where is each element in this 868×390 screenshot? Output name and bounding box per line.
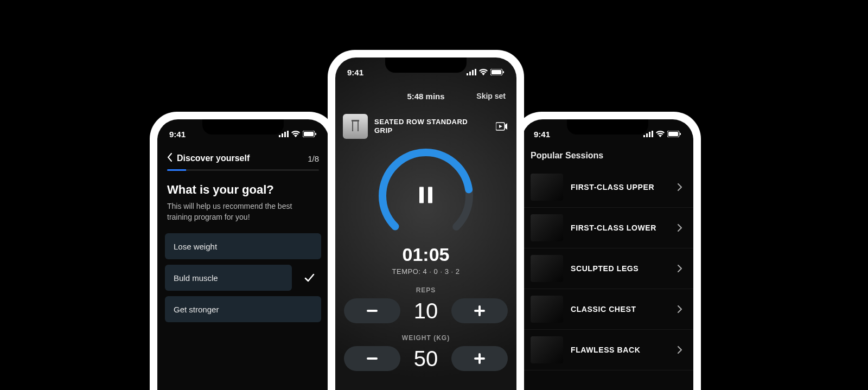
session-title: CLASSIC CHEST [571,305,667,314]
wifi-icon [479,69,488,75]
session-list: FIRST-CLASS UPPER FIRST-CLASS LOWER SCUL… [522,167,693,370]
chevron-right-icon [675,224,685,232]
session-item[interactable]: FLAWLESS BACK [522,330,693,370]
phone-workout: 9:41 5:48 mins Skip set [328,50,524,390]
svg-rect-16 [472,70,474,75]
notch [567,119,648,135]
reps-decrement-button[interactable] [344,298,400,323]
status-time: 9:41 [534,130,550,139]
weight-label: WEIGHT (KG) [343,334,509,342]
progress-bar [167,169,319,171]
reps-value: 10 [407,299,445,323]
session-thumb [531,174,563,201]
svg-rect-0 [279,135,280,137]
session-title: FIRST-CLASS LOWER [571,223,667,232]
status-time: 9:41 [347,68,363,77]
session-thumb [531,336,563,363]
weight-stepper: 50 [343,346,509,371]
goal-heading: What is your goal? [167,183,319,197]
svg-rect-29 [474,310,485,312]
nav-title: Discover yourself [177,154,250,163]
svg-rect-19 [492,70,501,74]
exercise-name: SEATED ROW STANDARD GRIP [374,118,488,136]
chevron-right-icon [675,305,685,313]
svg-rect-22 [352,122,353,131]
reps-label: REPS [343,286,509,294]
cellular-icon [467,69,476,75]
session-item[interactable]: FIRST-CLASS UPPER [522,167,693,208]
option-label: Buld muscle [174,273,218,283]
skip-set-button[interactable]: Skip set [476,92,506,100]
svg-rect-32 [474,357,485,360]
notch [385,57,467,73]
session-thumb [531,214,563,241]
svg-rect-27 [367,310,378,312]
chevron-right-icon [675,265,685,272]
video-icon[interactable] [495,120,509,132]
check-icon [297,272,321,284]
wifi-icon [656,131,665,137]
phone-sessions: 9:41 Popular Sessions [514,112,701,390]
chevron-right-icon [675,183,685,191]
svg-rect-3 [287,131,289,137]
wifi-icon [291,131,300,137]
svg-rect-6 [315,133,316,135]
svg-rect-20 [503,71,504,73]
exercise-thumbnail [343,114,368,139]
weight-value: 50 [407,347,445,371]
session-title: SCULPTED LEGS [571,264,667,273]
goal-option-lose-weight[interactable]: Lose weight [165,233,321,259]
svg-rect-12 [668,132,678,136]
phone-onboarding: 9:41 [150,112,336,390]
back-icon[interactable] [167,153,173,164]
goal-option-build-muscle[interactable]: Buld muscle [165,265,292,291]
elapsed-time: 5:48 mins [407,92,444,101]
svg-rect-5 [304,132,314,136]
status-time: 9:41 [169,130,186,139]
reps-stepper: 10 [343,298,509,323]
pause-button[interactable] [419,187,432,203]
session-thumb [531,296,563,323]
weight-increment-button[interactable] [451,346,508,371]
svg-rect-2 [284,132,286,137]
battery-icon [303,131,317,137]
svg-rect-30 [367,357,378,360]
svg-rect-21 [352,120,359,122]
battery-icon [667,131,681,137]
session-thumb [531,255,563,282]
session-item[interactable]: SCULPTED LEGS [522,248,693,289]
session-title: FLAWLESS BACK [571,346,667,354]
step-indicator: 1/8 [308,154,319,163]
section-title: Popular Sessions [522,148,693,167]
svg-rect-7 [643,135,645,137]
svg-rect-14 [467,73,468,75]
option-label: Get stronger [174,305,219,314]
svg-rect-15 [469,72,471,75]
svg-rect-9 [649,132,650,137]
reps-increment-button[interactable] [451,298,508,323]
goal-option-get-stronger[interactable]: Get stronger [165,296,321,322]
goal-subheading: This will help us recommend the best tra… [167,201,319,222]
session-item[interactable]: CLASSIC CHEST [522,289,693,330]
progress-dial [374,144,477,247]
chevron-right-icon [675,346,685,354]
svg-rect-17 [475,69,476,75]
svg-rect-1 [282,133,283,137]
session-title: FIRST-CLASS UPPER [571,183,667,191]
svg-rect-8 [646,133,648,137]
session-item[interactable]: FIRST-CLASS LOWER [522,208,693,248]
option-label: Lose weight [174,242,217,251]
tempo-label: TEMPO: 4 · 0 · 3 · 2 [392,267,460,276]
notch [202,119,284,135]
battery-icon [490,69,505,75]
svg-rect-10 [652,131,653,137]
weight-decrement-button[interactable] [344,346,400,371]
goal-options: Lose weight Buld muscle Get stronger [165,233,321,322]
svg-rect-23 [358,122,359,131]
svg-rect-13 [680,133,681,135]
